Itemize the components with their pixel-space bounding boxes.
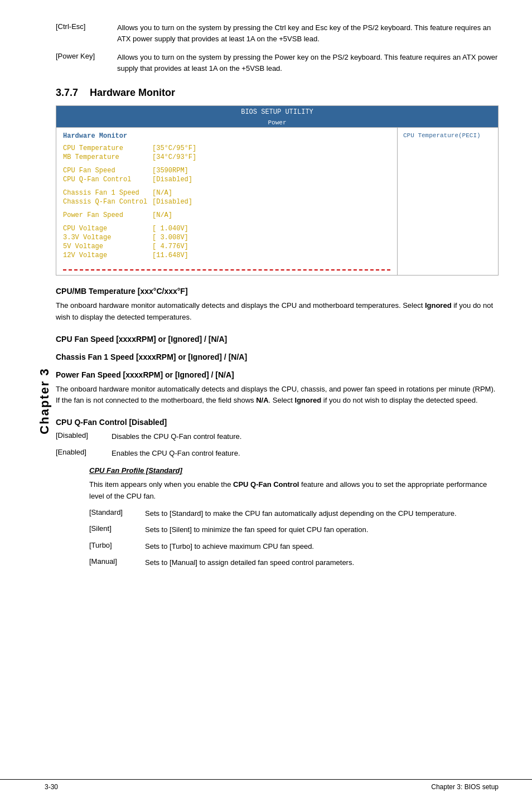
bios-value-cpu-fan: [3590RPM] xyxy=(152,167,188,175)
bios-label-cpu-voltage: CPU Voltage xyxy=(63,225,152,233)
bios-label-cpu-fan: CPU Fan Speed xyxy=(63,167,152,175)
section-title: Hardware Monitor xyxy=(90,87,175,98)
intro-section: [Ctrl-Esc] Allows you to turn on the sys… xyxy=(56,22,499,74)
footer-chapter-label: Chapter 3: BIOS setup xyxy=(431,783,499,791)
bios-label-12v-voltage: 12V Voltage xyxy=(63,252,152,259)
option-disabled: [Disabled] Disables the CPU Q-Fan contro… xyxy=(56,431,499,442)
option-standard-label: [Standard] xyxy=(89,508,134,519)
option-silent-desc: Sets to [Silent] to minimize the fan spe… xyxy=(145,524,499,535)
bios-row-chassis-fan: Chassis Fan 1 Speed [N/A] xyxy=(63,189,390,197)
cpu-fan-profile-body: This item appears only when you enable t… xyxy=(89,479,499,503)
subsection-heading-chassis-fan: Chassis Fan 1 Speed [xxxxRPM] or [Ignore… xyxy=(56,352,499,361)
bios-value-power-fan: [N/A] xyxy=(152,211,172,219)
section-heading: 3.7.7 Hardware Monitor xyxy=(56,87,499,99)
bios-row-cpu-fan: CPU Fan Speed [3590RPM] xyxy=(63,167,390,175)
chapter-label: Chapter 3 xyxy=(37,356,52,446)
option-enabled-label: [Enabled] xyxy=(56,448,100,459)
bios-value-cpu-temp: [35°C/95°F] xyxy=(152,144,196,152)
subsection-heading-cpu-fan: CPU Fan Speed [xxxxRPM] or [Ignored] / [… xyxy=(56,335,499,344)
bios-value-mb-temp: [34°C/93°F] xyxy=(152,153,196,161)
page-footer: 3-30 Chapter 3: BIOS setup xyxy=(0,779,532,791)
option-manual-label: [Manual] xyxy=(89,557,134,568)
bios-section-title: Hardware Monitor xyxy=(63,132,390,140)
option-turbo-desc: Sets to [Turbo] to achieve maximum CPU f… xyxy=(145,541,499,552)
option-turbo: [Turbo] Sets to [Turbo] to achieve maxim… xyxy=(89,541,499,552)
bios-value-cpu-voltage: [ 1.040V] xyxy=(152,225,188,233)
option-standard: [Standard] Sets to [Standard] to make th… xyxy=(89,508,499,519)
bios-row-33v-voltage: 3.3V Voltage [ 3.008V] xyxy=(63,234,390,241)
bios-row-mb-temp: MB Temperature [34°C/93°F] xyxy=(63,153,390,161)
bios-box: BIOS SETUP UTILITY Power Hardware Monito… xyxy=(56,105,499,276)
option-turbo-label: [Turbo] xyxy=(89,541,134,552)
bios-tab: Power xyxy=(56,118,498,127)
key-power-key-label: [Power Key] xyxy=(56,52,106,74)
bios-label-power-fan: Power Fan Speed xyxy=(63,211,152,219)
option-enabled: [Enabled] Enables the CPU Q-Fan control … xyxy=(56,448,499,459)
subsection-cpu-mb-temp: CPU/MB Temperature [xxx°C/xxx°F] The onb… xyxy=(56,287,499,323)
footer-page-number: 3-30 xyxy=(45,783,58,791)
bios-help-text: CPU Temperature(PECI) xyxy=(403,132,481,139)
section-number: 3.7.7 xyxy=(56,87,78,98)
option-silent: [Silent] Sets to [Silent] to minimize th… xyxy=(89,524,499,535)
subsection-heading-cpu-qfan: CPU Q-Fan Control [Disabled] xyxy=(56,418,499,427)
bios-row-cpu-temp: CPU Temperature [35°C/95°F] xyxy=(63,144,390,152)
bios-value-chassis-qfan: [Disabled] xyxy=(152,198,192,206)
option-silent-label: [Silent] xyxy=(89,524,134,535)
option-manual-desc: Sets to [Manual] to assign detailed fan … xyxy=(145,557,499,568)
bios-label-33v-voltage: 3.3V Voltage xyxy=(63,234,152,241)
option-disabled-desc: Disables the CPU Q-Fan control feature. xyxy=(112,431,499,442)
subsection-heading-cpu-mb-temp: CPU/MB Temperature [xxx°C/xxx°F] xyxy=(56,287,499,296)
bios-value-33v-voltage: [ 3.008V] xyxy=(152,234,188,241)
bios-row-12v-voltage: 12V Voltage [11.648V] xyxy=(63,252,390,259)
bios-row-cpu-qfan: CPU Q-Fan Control [Disabled] xyxy=(63,176,390,183)
subsection-heading-power-fan: Power Fan Speed [xxxxRPM] or [Ignored] /… xyxy=(56,370,499,379)
bios-value-5v-voltage: [ 4.776V] xyxy=(152,243,188,250)
option-disabled-label: [Disabled] xyxy=(56,431,100,442)
subheading-cpu-fan-profile: CPU Fan Profile [Standard] xyxy=(89,466,499,475)
bios-left-panel: Hardware Monitor CPU Temperature [35°C/9… xyxy=(56,128,398,275)
bios-row-5v-voltage: 5V Voltage [ 4.776V] xyxy=(63,243,390,250)
bios-value-chassis-fan: [N/A] xyxy=(152,189,172,197)
bios-label-5v-voltage: 5V Voltage xyxy=(63,243,152,250)
bios-label-mb-temp: MB Temperature xyxy=(63,153,152,161)
bios-label-cpu-qfan: CPU Q-Fan Control xyxy=(63,176,152,183)
key-item-power-key: [Power Key] Allows you to turn on the sy… xyxy=(56,52,499,74)
bios-label-cpu-temp: CPU Temperature xyxy=(63,144,152,152)
bios-row-chassis-qfan: Chassis Q-Fan Control [Disabled] xyxy=(63,198,390,206)
key-power-key-desc: Allows you to turn on the system by pres… xyxy=(117,52,499,74)
key-ctrl-esc-desc: Allows you to turn on the system by pres… xyxy=(117,22,499,44)
bios-body: Hardware Monitor CPU Temperature [35°C/9… xyxy=(56,127,498,275)
subsection-cpu-qfan: CPU Q-Fan Control [Disabled] [Disabled] … xyxy=(56,418,499,568)
bios-header: BIOS SETUP UTILITY xyxy=(56,106,498,118)
subsection-fan-speeds: CPU Fan Speed [xxxxRPM] or [Ignored] / [… xyxy=(56,335,499,407)
bios-row-power-fan: Power Fan Speed [N/A] xyxy=(63,211,390,219)
option-manual: [Manual] Sets to [Manual] to assign deta… xyxy=(89,557,499,568)
bios-value-cpu-qfan: [Disabled] xyxy=(152,176,192,183)
bios-row-cpu-voltage: CPU Voltage [ 1.040V] xyxy=(63,225,390,233)
option-standard-desc: Sets to [Standard] to make the CPU fan a… xyxy=(145,508,499,519)
key-ctrl-esc-label: [Ctrl-Esc] xyxy=(56,22,106,44)
bios-label-chassis-qfan: Chassis Q-Fan Control xyxy=(63,198,152,206)
cpu-mb-temp-body: The onboard hardware monitor automatical… xyxy=(56,300,499,323)
bios-right-panel: CPU Temperature(PECI) xyxy=(398,128,498,275)
bios-dashed-border xyxy=(63,269,390,270)
key-item-ctrl-esc: [Ctrl-Esc] Allows you to turn on the sys… xyxy=(56,22,499,44)
bios-value-12v-voltage: [11.648V] xyxy=(152,252,188,259)
option-enabled-desc: Enables the CPU Q-Fan control feature. xyxy=(112,448,499,459)
fan-speed-body: The onboard hardware monitor automatical… xyxy=(56,384,499,407)
bios-label-chassis-fan: Chassis Fan 1 Speed xyxy=(63,189,152,197)
